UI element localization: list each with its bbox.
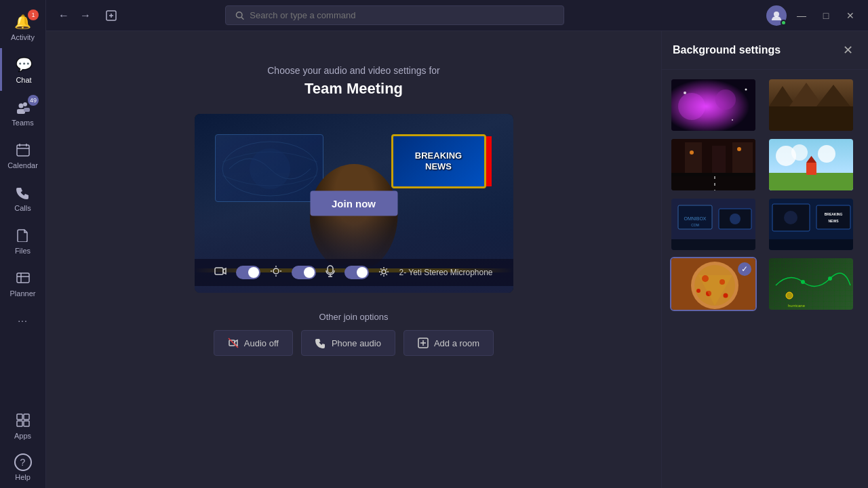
effects-toggle[interactable] [292,266,316,279]
svg-point-89 [828,277,832,281]
sidebar-item-label: Calendar [7,161,38,169]
minimize-button[interactable]: — [792,6,811,25]
svg-point-39 [678,93,705,120]
main-content: Choose your audio and video settings for… [46,31,661,488]
sidebar-item-apps[interactable]: Apps [0,404,45,447]
svg-rect-52 [712,146,726,173]
svg-point-57 [737,147,741,151]
svg-point-0 [23,102,27,106]
svg-rect-11 [17,414,22,420]
svg-point-22 [250,148,290,189]
help-icon: ? [14,453,32,471]
join-now-button[interactable]: Join now [310,191,397,216]
bg-thumb-forest[interactable] [768,78,854,132]
add-room-button[interactable]: Add a room [403,330,494,356]
bg-thumb-cartoon[interactable] [768,138,854,192]
search-bar[interactable] [225,5,564,25]
join-options-row: Audio off Phone audio Add a room [214,330,494,356]
pre-join-header: Choose your audio and video settings for… [267,65,440,98]
svg-point-61 [791,144,808,161]
forward-button[interactable]: → [76,6,95,25]
titlebar-right: — □ ✕ [766,5,860,26]
bg-thumb-galaxy[interactable] [670,78,757,132]
svg-rect-14 [24,421,29,426]
avatar[interactable] [766,5,787,26]
search-input[interactable] [250,10,554,20]
svg-rect-51 [685,142,702,173]
svg-rect-63 [806,163,816,175]
bg-panel-close-button[interactable]: ✕ [838,41,857,60]
controls-bar: 2- Yeti Stereo Microphone [195,259,513,286]
svg-point-74 [784,211,797,224]
device-label: 2- Yeti Stereo Microphone [399,268,492,277]
planner-icon [14,268,33,287]
maximize-button[interactable]: □ [816,6,835,25]
audio-off-button[interactable]: Audio off [214,330,293,356]
teams-badge: 49 [28,95,39,106]
other-join-section: Other join options Audio off Phone audio [214,312,494,356]
svg-point-40 [715,89,736,110]
sidebar-item-calendar[interactable]: Calendar [0,134,45,176]
phone-audio-button[interactable]: Phone audio [301,330,395,356]
sidebar-item-label: Teams [12,119,33,127]
svg-rect-12 [24,414,29,420]
svg-point-41 [684,92,686,94]
chat-icon: 💬 [14,55,33,74]
sidebar-item-calls[interactable]: Calls [0,176,45,219]
bg-thumb-studio2[interactable]: BREAKING NEWS [768,197,854,251]
svg-text:BREAKING: BREAKING [825,212,843,216]
sidebar-item-label: Apps [14,432,31,440]
bg-thumb-map[interactable]: hurricane [768,257,854,311]
svg-text:OMNIBOX: OMNIBOX [684,216,706,221]
breaking-news-display: BREAKINGNEWS [391,134,486,188]
bg-panel-title: Background settings [673,44,781,56]
svg-point-90 [786,292,793,299]
sidebar-item-planner[interactable]: Planner [0,262,45,304]
sidebar-item-files[interactable]: Files [0,219,45,262]
svg-rect-8 [17,273,29,283]
svg-text:hurricane: hurricane [788,304,806,308]
svg-rect-4 [17,145,29,156]
bg-thumb-pizza[interactable]: ✓ [670,257,757,311]
sidebar-item-label: Activity [11,33,35,41]
mic-toggle[interactable] [344,266,369,279]
audio-off-icon [228,338,239,348]
camera-toggle[interactable] [236,266,260,279]
svg-rect-87 [769,258,854,311]
calendar-icon [14,140,33,159]
phone-icon [315,338,326,348]
titlebar: ← → — □ ✕ [46,0,868,31]
sidebar-item-more[interactable]: ··· [0,304,45,337]
svg-point-42 [732,119,733,121]
more-icon: ··· [14,311,33,330]
camera-icon [214,266,226,279]
svg-point-86 [696,289,701,293]
sidebar-item-label: Files [15,247,31,255]
sidebar-item-teams[interactable]: 49 Teams [0,91,45,134]
bg-thumb-street[interactable] [670,138,757,192]
selected-checkmark: ✓ [738,262,751,276]
world-map-display [215,134,323,202]
room-icon [418,338,429,348]
sidebar: 1 🔔 Activity 💬 Chat 49 Teams Cal [0,0,46,488]
sidebar-item-label: Calls [14,204,31,212]
svg-point-24 [273,268,279,274]
svg-point-18 [236,12,242,18]
svg-rect-71 [671,239,757,251]
sidebar-item-help[interactable]: ? Help [0,447,45,488]
svg-rect-53 [732,142,753,173]
svg-rect-45 [769,106,854,132]
sidebar-item-activity[interactable]: 1 🔔 Activity [0,5,45,48]
compose-button[interactable] [102,6,121,25]
sidebar-item-chat[interactable]: 💬 Chat [0,48,45,91]
back-button[interactable]: ← [54,6,73,25]
svg-point-85 [724,293,728,298]
bg-panel-header: Background settings ✕ [662,31,868,70]
sidebar-item-label: Help [15,473,31,481]
apps-icon [14,411,33,430]
svg-rect-59 [769,173,854,192]
close-button[interactable]: ✕ [841,6,860,25]
sidebar-item-label: Planner [10,289,36,298]
bg-thumb-studio1[interactable]: OMNIBOX COM [670,197,757,251]
svg-rect-13 [17,421,22,426]
